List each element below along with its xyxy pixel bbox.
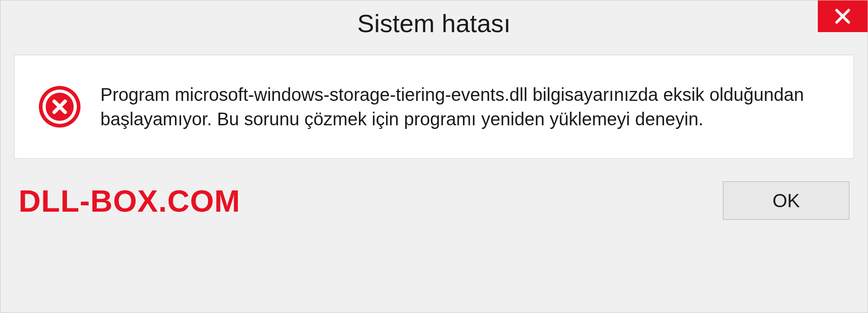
watermark-text: DLL-BOX.COM	[19, 183, 241, 218]
error-message: Program microsoft-windows-storage-tierin…	[100, 82, 831, 131]
ok-button[interactable]: OK	[723, 181, 849, 220]
error-dialog: Sistem hatası Program microsoft-windows-…	[0, 0, 868, 313]
error-icon	[37, 84, 82, 129]
dialog-title: Sistem hatası	[357, 9, 510, 38]
close-button[interactable]	[818, 0, 868, 32]
titlebar: Sistem hatası	[0, 0, 868, 46]
ok-button-label: OK	[773, 190, 800, 212]
close-icon	[834, 7, 852, 25]
dialog-footer: DLL-BOX.COM OK	[0, 172, 868, 238]
dialog-content: Program microsoft-windows-storage-tierin…	[14, 55, 854, 159]
